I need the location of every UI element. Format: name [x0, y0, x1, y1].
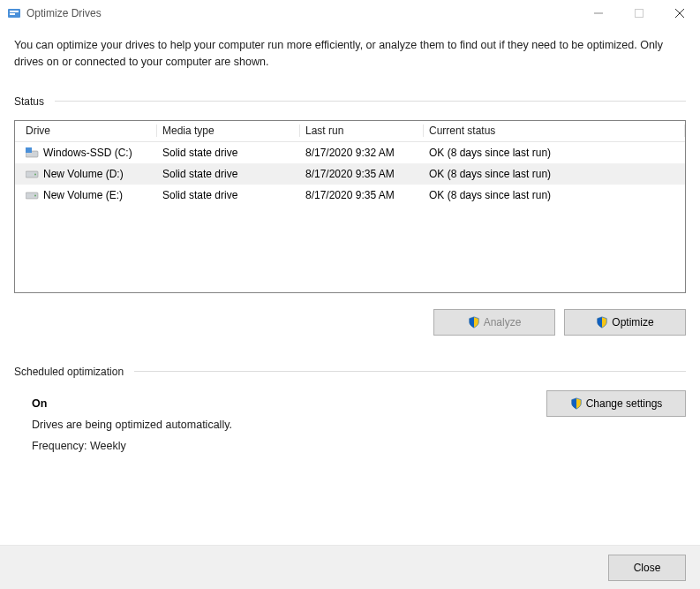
status-label: Status [14, 95, 44, 108]
drive-media: Solid state drive [157, 147, 300, 159]
optimize-button[interactable]: Optimize [564, 309, 686, 336]
divider [55, 101, 686, 102]
drive-status: OK (8 days since last run) [424, 147, 685, 159]
shield-icon [570, 397, 583, 410]
col-media[interactable]: Media type [157, 125, 300, 137]
analyze-label: Analyze [484, 316, 522, 328]
footer: Close [0, 545, 700, 589]
titlebar: Optimize Drives [0, 0, 700, 26]
svg-rect-2 [10, 13, 15, 15]
shield-icon [468, 316, 480, 328]
minimize-button[interactable] [578, 0, 619, 26]
description-text: You can optimize your drives to help you… [14, 37, 686, 71]
svg-point-10 [34, 173, 36, 175]
col-drive[interactable]: Drive [20, 125, 157, 137]
close-dialog-button[interactable]: Close [608, 555, 686, 581]
drive-status: OK (8 days since last run) [424, 168, 685, 180]
drive-last-run: 8/17/2020 9:35 AM [300, 189, 424, 201]
drive-status: OK (8 days since last run) [424, 189, 685, 201]
drive-media: Solid state drive [157, 168, 300, 180]
change-settings-button[interactable]: Change settings [546, 390, 686, 417]
svg-rect-1 [10, 11, 19, 12]
close-label: Close [634, 562, 661, 574]
table-header: Drive Media type Last run Current status [15, 121, 685, 142]
col-last[interactable]: Last run [300, 125, 424, 137]
shield-icon [596, 316, 608, 328]
svg-rect-8 [26, 147, 32, 153]
table-row[interactable]: New Volume (D:)Solid state drive8/17/202… [15, 163, 685, 185]
change-settings-label: Change settings [586, 397, 663, 410]
close-button[interactable] [659, 0, 700, 26]
drive-name: New Volume (D:) [43, 168, 124, 180]
drive-name: New Volume (E:) [43, 189, 123, 201]
optimize-label: Optimize [612, 316, 653, 328]
window-controls [578, 0, 700, 26]
scheduled-freq: Frequency: Weekly [32, 440, 686, 452]
table-row[interactable]: Windows-SSD (C:)Solid state drive8/17/20… [15, 142, 685, 163]
col-status[interactable]: Current status [424, 125, 685, 137]
status-section-header: Status [14, 95, 686, 108]
divider [134, 371, 686, 372]
maximize-button[interactable] [619, 0, 659, 26]
analyze-button: Analyze [433, 309, 555, 336]
window-title: Optimize Drives [26, 7, 578, 19]
svg-point-12 [34, 194, 36, 196]
app-icon [7, 6, 21, 20]
drive-last-run: 8/17/2020 9:32 AM [300, 147, 424, 159]
drive-media: Solid state drive [157, 189, 300, 201]
scheduled-label: Scheduled optimization [14, 366, 124, 378]
drive-last-run: 8/17/2020 9:35 AM [300, 168, 424, 180]
scheduled-body: Change settings On Drives are being opti… [14, 390, 686, 452]
scheduled-desc: Drives are being optimized automatically… [32, 419, 686, 431]
drive-icon [26, 169, 40, 179]
table-row[interactable]: New Volume (E:)Solid state drive8/17/202… [15, 185, 685, 206]
drives-table[interactable]: Drive Media type Last run Current status… [14, 120, 686, 293]
drive-name: Windows-SSD (C:) [43, 147, 132, 159]
svg-rect-4 [636, 10, 644, 18]
drive-icon [26, 147, 40, 158]
drive-icon [26, 190, 40, 200]
scheduled-section-header: Scheduled optimization [14, 366, 686, 378]
